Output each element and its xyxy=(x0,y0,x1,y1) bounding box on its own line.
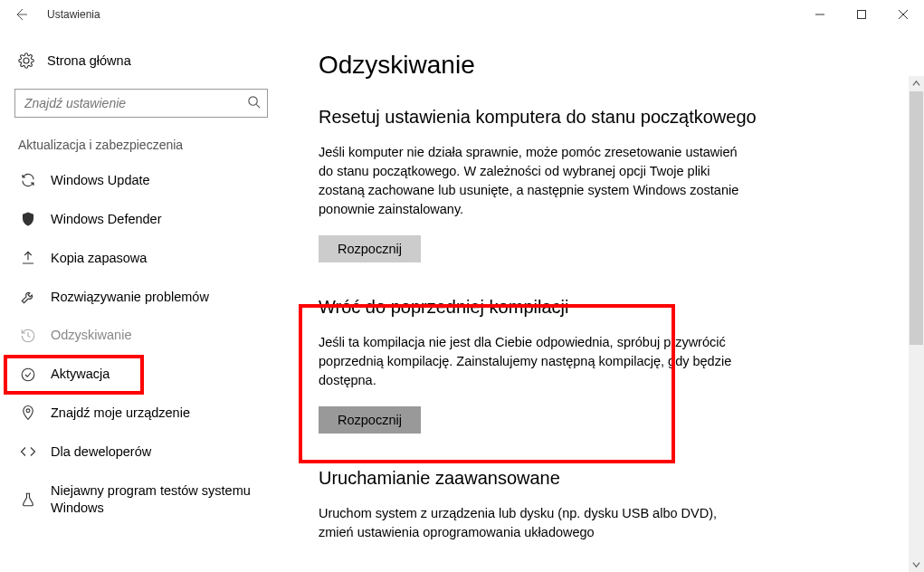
section-desc: Jeśli komputer nie działa sprawnie, może… xyxy=(319,143,753,219)
chevron-up-icon xyxy=(912,80,920,88)
go-back-start-button[interactable]: Rozpocznij xyxy=(319,406,421,434)
page-title: Odzyskiwanie xyxy=(319,51,870,80)
upload-icon xyxy=(20,250,36,266)
scrollbar-thumb[interactable] xyxy=(910,91,923,345)
sidebar: Strona główna Aktualizacja i zabezpiecze… xyxy=(0,29,282,572)
minimize-button[interactable] xyxy=(799,1,841,28)
app-body: Strona główna Aktualizacja i zabezpiecze… xyxy=(0,29,924,572)
shield-icon xyxy=(20,211,36,227)
history-icon xyxy=(20,328,36,344)
search-icon xyxy=(247,95,261,111)
gear-icon xyxy=(18,52,34,69)
sidebar-item-label: Rozwiązywanie problemów xyxy=(51,289,266,306)
group-header: Aktualizacja i zabezpieczenia xyxy=(0,138,282,161)
search-input[interactable] xyxy=(14,89,268,118)
titlebar: Ustawienia xyxy=(0,0,924,29)
svg-point-1 xyxy=(249,97,257,105)
section-go-back: Wróć do poprzedniej kompilacji Jeśli ta … xyxy=(319,295,870,434)
sidebar-item-label: Windows Defender xyxy=(51,211,266,228)
window-controls xyxy=(799,1,924,28)
maximize-icon xyxy=(857,10,866,19)
check-circle-icon xyxy=(20,367,36,383)
sidebar-item-activation[interactable]: Aktywacja xyxy=(0,355,282,394)
sidebar-item-developers[interactable]: Dla deweloperów xyxy=(0,433,282,472)
search-wrap xyxy=(14,89,268,118)
close-icon xyxy=(899,10,908,19)
sidebar-item-find-device[interactable]: Znajdź moje urządzenie xyxy=(0,394,282,433)
sidebar-item-backup[interactable]: Kopia zapasowa xyxy=(0,239,282,278)
sidebar-item-recovery[interactable]: Odzyskiwanie xyxy=(0,316,282,355)
minimize-icon xyxy=(815,10,824,19)
section-title: Uruchamianie zaawansowane xyxy=(319,466,870,490)
scroll-up-button[interactable] xyxy=(909,76,924,91)
sidebar-item-label: Aktywacja xyxy=(51,366,266,383)
section-desc: Uruchom system z urządzenia lub dysku (n… xyxy=(319,504,753,542)
window-title: Ustawienia xyxy=(47,8,100,21)
home-label: Strona główna xyxy=(47,53,131,68)
arrow-left-icon xyxy=(14,7,28,22)
home-link[interactable]: Strona główna xyxy=(0,45,282,76)
sidebar-item-troubleshoot[interactable]: Rozwiązywanie problemów xyxy=(0,278,282,317)
code-icon xyxy=(20,443,36,460)
wrench-icon xyxy=(20,289,36,305)
maximize-button[interactable] xyxy=(841,1,882,28)
sidebar-item-label: Znajdź moje urządzenie xyxy=(51,405,266,422)
section-title: Resetuj ustawienia komputera do stanu po… xyxy=(319,105,870,129)
sidebar-item-label: Odzyskiwanie xyxy=(51,327,266,344)
sidebar-item-defender[interactable]: Windows Defender xyxy=(0,200,282,239)
sidebar-item-label: Niejawny program testów systemu Windows xyxy=(51,482,266,517)
lab-icon xyxy=(20,491,36,508)
sidebar-item-label: Windows Update xyxy=(51,172,266,189)
vertical-scrollbar[interactable] xyxy=(909,76,924,572)
main-content: Odzyskiwanie Resetuj ustawienia komputer… xyxy=(282,29,924,572)
sidebar-item-label: Kopia zapasowa xyxy=(51,250,266,267)
sidebar-item-windows-update[interactable]: Windows Update xyxy=(0,161,282,200)
svg-point-2 xyxy=(22,368,34,381)
close-button[interactable] xyxy=(882,1,924,28)
sidebar-item-insider[interactable]: Niejawny program testów systemu Windows xyxy=(0,472,282,528)
sidebar-item-label: Dla deweloperów xyxy=(51,443,266,461)
back-button[interactable] xyxy=(7,1,34,28)
sync-icon xyxy=(20,172,36,188)
chevron-down-icon xyxy=(912,560,920,568)
section-desc: Jeśli ta kompilacja nie jest dla Ciebie … xyxy=(319,333,753,390)
location-icon xyxy=(20,405,36,421)
section-advanced-startup: Uruchamianie zaawansowane Uruchom system… xyxy=(319,466,870,542)
section-title: Wróć do poprzedniej kompilacji xyxy=(319,295,870,319)
scroll-down-button[interactable] xyxy=(909,557,924,572)
section-reset-pc: Resetuj ustawienia komputera do stanu po… xyxy=(319,105,870,262)
svg-rect-0 xyxy=(858,11,866,19)
svg-point-3 xyxy=(26,409,30,413)
reset-pc-start-button[interactable]: Rozpocznij xyxy=(319,235,421,262)
